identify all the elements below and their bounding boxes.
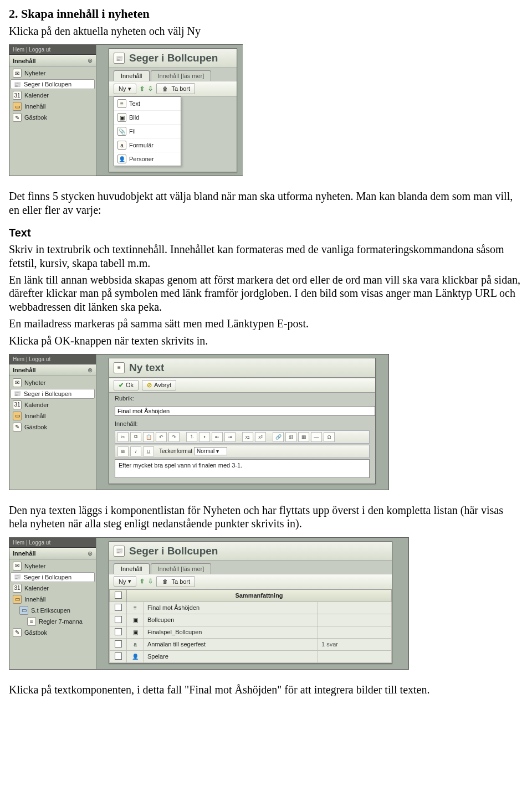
rte-sup-icon[interactable]: x² — [255, 432, 266, 442]
rte-link-icon[interactable]: 🔗 — [273, 432, 284, 442]
row-checkbox[interactable] — [115, 604, 122, 611]
ny-dropdown: ≡Text ▣Bild 📎Fil aFormulär 👤Personer — [114, 96, 181, 166]
menu-formular[interactable]: aFormulär — [114, 138, 181, 152]
rte-outdent-icon[interactable]: ⇤ — [212, 432, 223, 442]
editor-body[interactable]: Efter mycket bra spel vann vi finalen me… — [115, 459, 370, 478]
rte-bold-icon[interactable]: B — [117, 446, 129, 456]
nav-regler[interactable]: ≡Regler 7-manna — [9, 616, 96, 627]
component-table: Sammanfattning ≡Final mot Åshöjden ▣Boll… — [109, 589, 392, 663]
rte-list-ul-icon[interactable]: • — [199, 432, 210, 442]
row-extra — [318, 650, 392, 662]
rte-unlink-icon[interactable]: ⛓ — [285, 432, 296, 442]
rte-undo-icon[interactable]: ↶ — [156, 432, 167, 442]
topbar-links[interactable]: Hem | Logga ut — [9, 354, 96, 364]
rte-char-icon[interactable]: Ω — [324, 432, 335, 442]
topbar-links[interactable]: Hem | Logga ut — [9, 538, 96, 548]
sidebar-header[interactable]: Innehåll ⊗ — [9, 364, 96, 376]
rte-underline-icon[interactable]: U — [143, 446, 154, 456]
ny-button[interactable]: Ny▾ — [114, 576, 136, 587]
move-down-button[interactable]: ⇩ — [148, 578, 153, 585]
rte-hr-icon[interactable]: — — [311, 432, 322, 442]
nav-nyheter[interactable]: ✉Nyheter — [9, 561, 96, 572]
tab-innehall[interactable]: Innehåll — [114, 563, 150, 574]
row-label: Final mot Åshöjden — [144, 602, 318, 614]
guestbook-icon: ✎ — [13, 113, 22, 122]
nav-seger[interactable]: 📰Seger i Bollcupen — [11, 79, 95, 89]
rte-table-icon[interactable]: ▦ — [298, 432, 309, 442]
ny-button[interactable]: Ny▾ — [114, 84, 136, 94]
collapse-icon[interactable]: ⊗ — [88, 550, 93, 557]
collapse-icon[interactable]: ⊗ — [88, 367, 93, 374]
nav-seger[interactable]: 📰Seger i Bollcupen — [11, 389, 95, 399]
nav-gastbok[interactable]: ✎Gästbok — [9, 627, 96, 638]
nav-label: Gästbok — [24, 114, 47, 121]
rte-redo-icon[interactable]: ↷ — [168, 432, 180, 442]
nav-kalender[interactable]: 31Kalender — [9, 583, 96, 594]
menu-text[interactable]: ≡Text — [114, 97, 181, 111]
rte-paste-icon[interactable]: 📋 — [143, 432, 154, 442]
sidebar: Hem | Logga ut Innehåll ⊗ ✉Nyheter 📰Sege… — [9, 354, 96, 490]
row-checkbox[interactable] — [115, 640, 122, 647]
table-row[interactable]: ≡Final mot Åshöjden — [110, 602, 392, 614]
nav-nyheter[interactable]: ✉Nyheter — [9, 68, 96, 79]
table-row[interactable]: aAnmälan till segerfest1 svar — [110, 638, 392, 650]
chevron-down-icon: ▾ — [128, 578, 131, 585]
news-icon: ✉ — [13, 378, 22, 387]
tabort-button[interactable]: 🗑Ta bort — [156, 576, 195, 587]
nav-gastbok[interactable]: ✎Gästbok — [9, 112, 96, 123]
nav-kalender[interactable]: 31Kalender — [9, 399, 96, 410]
nav-innehall[interactable]: ▭Innehåll — [9, 101, 96, 112]
move-down-button[interactable]: ⇩ — [148, 85, 153, 92]
rte-copy-icon[interactable]: ⧉ — [130, 432, 141, 442]
rte-sub-icon[interactable]: x₂ — [242, 432, 253, 442]
menu-label: Bild — [129, 114, 139, 121]
nav-label: S.t Erikscupen — [31, 607, 70, 614]
tab-innehall-lasmer[interactable]: Innehåll [läs mer] — [151, 563, 212, 574]
nav-innehall[interactable]: ▭Innehåll — [9, 410, 96, 422]
move-up-button[interactable]: ⇧ — [140, 85, 145, 92]
rte-italic-icon[interactable]: I — [130, 446, 141, 456]
nav-gastbok[interactable]: ✎Gästbok — [9, 422, 96, 433]
nav-kalender[interactable]: 31Kalender — [9, 90, 96, 101]
nav-seger[interactable]: 📰Seger i Bollcupen — [11, 572, 95, 582]
sidebar-header[interactable]: Innehåll ⊗ — [9, 55, 96, 66]
sidebar-header[interactable]: Innehåll ⊗ — [9, 548, 96, 559]
col-checkbox[interactable] — [110, 589, 127, 602]
row-checkbox[interactable] — [115, 628, 122, 635]
table-row[interactable]: ▣Finalspel_Bollcupen — [110, 626, 392, 638]
table-row[interactable]: 👤Spelare — [110, 650, 392, 662]
tab-innehall[interactable]: Innehåll — [114, 70, 150, 81]
tab-innehall-lasmer[interactable]: Innehåll [läs mer] — [151, 70, 212, 81]
ok-button[interactable]: ✔Ok — [114, 380, 139, 390]
nav-erikscupen[interactable]: ▭S.t Erikscupen — [9, 605, 96, 616]
topbar-links[interactable]: Hem | Logga ut — [9, 45, 96, 55]
tabort-button[interactable]: 🗑Ta bort — [156, 83, 195, 94]
collapse-icon[interactable]: ⊗ — [88, 57, 93, 64]
menu-fil[interactable]: 📎Fil — [114, 125, 181, 138]
rte-indent-icon[interactable]: ⇥ — [224, 432, 236, 442]
move-up-button[interactable]: ⇧ — [140, 578, 145, 585]
page-icon: 📰 — [13, 80, 21, 88]
menu-label: Text — [129, 100, 140, 107]
page-title-bar: ≡ Ny text — [109, 358, 375, 378]
row-checkbox[interactable] — [115, 652, 122, 660]
nav-innehall[interactable]: ▭Innehåll — [9, 594, 96, 605]
rte-cut-icon[interactable]: ✂ — [117, 432, 129, 442]
guestbook-icon: ✎ — [13, 423, 22, 431]
page-icon: 📰 — [114, 546, 125, 557]
paragraph-5: Klicka på OK-knappen när texten skrivits… — [9, 334, 523, 347]
menu-personer[interactable]: 👤Personer — [114, 152, 181, 166]
image-icon: ▣ — [133, 617, 138, 623]
rubrik-input[interactable] — [115, 406, 375, 416]
menu-bild[interactable]: ▣Bild — [114, 111, 181, 125]
table-row[interactable]: ▣Bollcupen — [110, 614, 392, 626]
row-label: Bollcupen — [144, 614, 318, 626]
nav-label: Innehåll — [24, 103, 46, 110]
row-checkbox[interactable] — [115, 616, 122, 623]
nav-nyheter[interactable]: ✉Nyheter — [9, 377, 96, 388]
format-select[interactable]: Normal ▾ — [194, 447, 227, 455]
avbryt-button[interactable]: ⊘Avbryt — [142, 380, 176, 390]
rte-list-ol-icon[interactable]: ⒈ — [186, 432, 197, 442]
menu-label: Formulär — [129, 142, 154, 148]
folder-icon: ▭ — [13, 102, 22, 111]
